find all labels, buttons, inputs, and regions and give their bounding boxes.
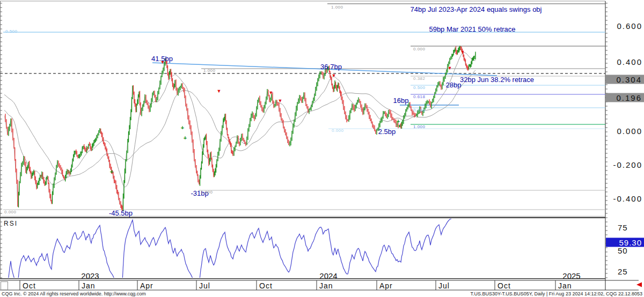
month-label[interactable]: Oct — [23, 281, 36, 290]
rsi-axis-tick: 75 — [618, 223, 628, 232]
fib-level-label: 0.000 — [332, 128, 344, 133]
chart-annotation: 32bp Jun 38.2% retrace — [460, 76, 534, 84]
year-label: 2024 — [319, 271, 337, 280]
month-label[interactable]: Oct — [259, 281, 273, 290]
price-axis-tick: 0.000 — [606, 127, 644, 136]
month-label[interactable]: Oct — [497, 281, 511, 290]
sell-signal-icon: ▼ — [217, 88, 222, 94]
price-axis-tick: 0.400 — [606, 57, 644, 66]
fib-level-label: 1.000 — [201, 190, 213, 195]
chart-annotation: 59bp Mar 2021 50% retrace — [429, 25, 515, 33]
rsi-axis-tick: 25 — [618, 267, 628, 276]
copyright-text: CQG Inc. © 2024 All rights reserved worl… — [2, 291, 146, 296]
year-label: 2023 — [81, 271, 99, 280]
price-axis-tick: -0.400 — [606, 194, 644, 203]
month-label[interactable]: Jan — [82, 281, 96, 290]
month-label[interactable]: Jul — [199, 281, 210, 290]
rsi-axis-tick: 50 — [618, 246, 628, 255]
rsi-panel-title: RSI — [4, 220, 18, 227]
fib-level-label: 0.500 — [413, 85, 426, 90]
month-label[interactable]: Jan — [319, 281, 333, 290]
chart-annotation: 16bp — [393, 96, 409, 105]
fib-level-label: 0.786 — [413, 108, 426, 113]
chart-canvas[interactable]: ▼▼▼▼▼▼▼++++ — [0, 0, 644, 297]
cqg-chart-window: ▼▼▼▼▼▼▼++++ 0.6000.4000.3040.1960.000-0.… — [0, 0, 644, 297]
sell-signal-icon: ▼ — [278, 98, 283, 103]
chart-annotation: 36.7bp — [320, 63, 342, 71]
chart-annotation: 2.5bp — [378, 128, 396, 136]
fib-level-label: 1.000 — [203, 68, 216, 73]
year-label: 2025 — [562, 271, 580, 280]
fib-level-label: 0.500 — [5, 29, 18, 34]
price-level-box: 0.304 — [606, 75, 644, 84]
month-label[interactable]: Apr — [140, 281, 153, 290]
axis-corner-box[interactable] — [1, 281, 8, 290]
sell-signal-icon: ▼ — [269, 90, 274, 95]
fib-level-label: 1.000 — [413, 124, 426, 129]
fib-level-label: 1.000 — [331, 5, 343, 10]
price-axis-tick: 0.600 — [606, 21, 644, 31]
month-label[interactable]: Jul — [438, 281, 450, 290]
chart-annotation: 28bp — [446, 81, 462, 89]
fib-level-label: 0.000 — [413, 47, 426, 51]
fib-level-label: 0.618 — [413, 94, 426, 99]
fib-level-label: 0.382 — [413, 76, 426, 81]
fib-level-label: 0.000 — [4, 210, 17, 214]
buy-signal-icon: + — [397, 118, 400, 124]
buy-signal-icon: + — [110, 168, 113, 175]
chart-annotation: -45.5bp — [109, 209, 133, 217]
sell-signal-icon: ▼ — [460, 49, 465, 55]
sell-signal-icon: ▼ — [332, 73, 336, 78]
rsi-value-box: 59.30 — [606, 238, 644, 247]
scroll-to-latest-arrow[interactable] — [636, 283, 642, 287]
price-axis-tick: -0.200 — [606, 160, 644, 169]
symbol-timestamp-text: T.US.BUS30Y-T.US.BUS05Y, Daily | Fri Aug… — [470, 291, 642, 296]
status-bar: CQG Inc. © 2024 All rights reserved worl… — [0, 291, 644, 297]
month-label[interactable]: Apr — [379, 281, 393, 290]
buy-signal-icon: + — [181, 124, 184, 131]
chart-annotation: 41.5bp — [151, 55, 173, 63]
sell-signal-icon: ▼ — [448, 65, 452, 71]
chart-annotation: 74bp Jul 2023-Apr 2024 equals swings obj — [410, 5, 541, 13]
buy-signal-icon: + — [184, 135, 187, 141]
price-level-box: 0.196 — [606, 93, 644, 102]
month-label[interactable]: Jan — [558, 281, 572, 290]
